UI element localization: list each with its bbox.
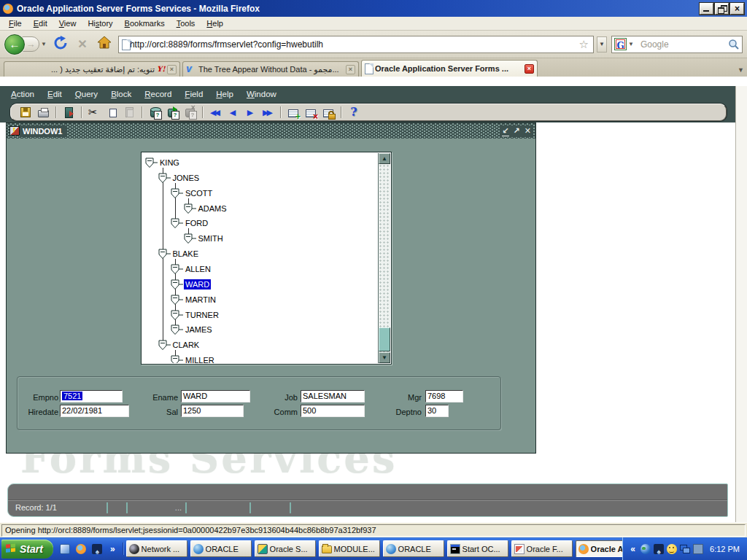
forms-menu-field[interactable]: Field <box>178 88 209 100</box>
taskbar-task-2[interactable]: ORACLE <box>190 540 252 557</box>
reload-button[interactable] <box>52 36 69 53</box>
url-bar[interactable]: http://orcl:8889/forms/frmservlet?config… <box>118 36 594 53</box>
history-dropdown-icon[interactable]: ▼ <box>41 41 47 47</box>
tree-expand-icon[interactable] <box>171 324 183 335</box>
restore-button[interactable] <box>715 3 729 15</box>
tree-expand-icon[interactable] <box>171 264 183 274</box>
minimize-button[interactable] <box>700 3 713 15</box>
browser-tab-3[interactable]: Oracle Application Server Forms ...× <box>361 60 538 77</box>
taskbar-task-6[interactable]: Start OC... <box>447 540 508 557</box>
menu-history[interactable]: History <box>82 18 118 29</box>
tree-node-ford[interactable]: FORD <box>171 217 209 229</box>
tree-expand-icon[interactable] <box>184 233 196 244</box>
taskbar-task-7[interactable]: Oracle F... <box>511 540 573 557</box>
window1-minimize-icon[interactable]: ↙ <box>502 126 508 136</box>
search-magnifier-icon[interactable] <box>728 39 740 50</box>
url-dropdown-button[interactable]: ▼ <box>597 36 607 52</box>
tree-node-clark[interactable]: CLARK <box>158 339 201 351</box>
menu-bookmarks[interactable]: Bookmarks <box>119 18 171 29</box>
forms-menu-window[interactable]: Window <box>240 88 283 100</box>
tab-close-icon[interactable]: × <box>346 65 355 74</box>
network-tray-icon[interactable] <box>680 544 690 554</box>
field-job[interactable]: SALESMAN <box>301 390 365 402</box>
taskbar-task-1[interactable]: Network ... <box>126 540 187 557</box>
forms-menu-query[interactable]: Query <box>69 88 104 100</box>
window1-close-icon[interactable]: ✕ <box>525 126 531 136</box>
browser-scrollbar[interactable] <box>735 86 747 522</box>
menu-file[interactable]: File <box>3 18 28 29</box>
paste-button[interactable] <box>120 104 138 120</box>
tree-scrollbar-track[interactable] <box>379 164 390 352</box>
field-hiredate[interactable]: 22/02/1981 <box>60 405 129 417</box>
copy-button[interactable] <box>103 104 120 120</box>
tree-node-smith[interactable]: SMITH <box>184 233 225 244</box>
tray-chevron[interactable]: « <box>629 544 637 554</box>
tree-expand-icon[interactable] <box>158 173 171 183</box>
engine-dropdown-icon[interactable]: ▼ <box>628 41 634 47</box>
square-icon[interactable] <box>693 544 703 554</box>
tree-expand-icon[interactable] <box>171 355 183 363</box>
delete-record-button[interactable] <box>302 104 320 120</box>
quick-launch-overflow[interactable]: » <box>107 544 118 554</box>
next-record-button[interactable] <box>241 104 259 120</box>
close-button[interactable]: × <box>730 3 744 15</box>
last-record-button[interactable] <box>259 104 276 120</box>
save-button[interactable] <box>17 104 34 120</box>
search-input[interactable]: Google <box>637 39 728 50</box>
back-button[interactable]: ← <box>4 34 25 55</box>
tree-scrollbar-thumb[interactable] <box>379 327 390 351</box>
forms-menu-help[interactable]: Help <box>209 88 240 100</box>
tree-node-adams[interactable]: ADAMS <box>184 203 228 214</box>
taskbar-task-4[interactable]: MODULE... <box>319 540 380 557</box>
previous-record-button[interactable] <box>224 104 241 120</box>
menu-help[interactable]: Help <box>201 18 229 29</box>
window1-restore-icon[interactable]: ↗ <box>514 126 520 136</box>
tree-scrollbar[interactable]: ▲ ▼ <box>378 153 390 363</box>
menu-view[interactable]: View <box>53 18 82 29</box>
stop-button[interactable]: ✕ <box>74 36 91 53</box>
quicklaunch-firefox[interactable] <box>75 542 88 555</box>
forms-menu-edit[interactable]: Edit <box>41 88 69 100</box>
cut-button[interactable] <box>85 104 103 120</box>
taskbar-task-3[interactable]: Oracle S... <box>255 540 316 557</box>
home-button[interactable] <box>96 36 113 53</box>
taskbar-task-5[interactable]: ORACLE <box>383 540 444 557</box>
first-record-button[interactable] <box>206 104 224 120</box>
forms-menu-block[interactable]: Block <box>104 88 138 100</box>
scroll-up-icon[interactable]: ▲ <box>379 153 390 164</box>
execute-query-button[interactable] <box>163 104 181 120</box>
help-button[interactable] <box>345 104 363 120</box>
forms-menu-record[interactable]: Record <box>138 88 178 100</box>
tree-expand-icon[interactable] <box>145 158 158 168</box>
tree-expand-icon[interactable] <box>171 188 183 198</box>
smiley-icon[interactable] <box>667 544 677 554</box>
tree-expand-icon[interactable] <box>158 340 171 350</box>
google-engine-icon[interactable] <box>614 38 627 50</box>
browser-tab-2[interactable]: The Tree Appear Without Data - مجمو...× <box>182 61 359 77</box>
start-button[interactable]: Start <box>1 540 53 559</box>
field-comm[interactable]: 500 <box>301 405 365 417</box>
print-button[interactable] <box>34 104 52 120</box>
url-text[interactable]: http://orcl:8889/forms/frmservlet?config… <box>130 39 578 50</box>
tree-node-turner[interactable]: TURNER <box>171 309 220 321</box>
tree-node-james[interactable]: JAMES <box>171 324 214 335</box>
tab-close-icon[interactable]: × <box>525 64 534 74</box>
tree-expand-icon[interactable] <box>158 249 171 259</box>
tree-expand-icon[interactable] <box>171 279 183 289</box>
insert-record-button[interactable] <box>285 104 302 120</box>
field-mgr[interactable]: 7698 <box>425 390 463 402</box>
tree-node-miller[interactable]: MILLER <box>171 354 216 363</box>
cancel-query-button[interactable] <box>181 104 198 120</box>
tab-close-icon[interactable]: × <box>167 65 177 74</box>
lock-record-button[interactable] <box>320 104 337 120</box>
field-deptno[interactable]: 30 <box>425 405 449 417</box>
tree-node-martin[interactable]: MARTIN <box>171 294 217 306</box>
tree-node-ward[interactable]: WARD <box>171 279 211 290</box>
tree-expand-icon[interactable] <box>171 310 183 320</box>
scroll-down-icon[interactable]: ▼ <box>379 352 390 363</box>
tree-expand-icon[interactable] <box>171 295 183 305</box>
tree-node-jones[interactable]: JONES <box>158 172 201 184</box>
forms-menu-action[interactable]: Action <box>4 88 41 100</box>
tree-node-allen[interactable]: ALLEN <box>171 263 212 275</box>
tree-node-blake[interactable]: BLAKE <box>158 248 200 260</box>
